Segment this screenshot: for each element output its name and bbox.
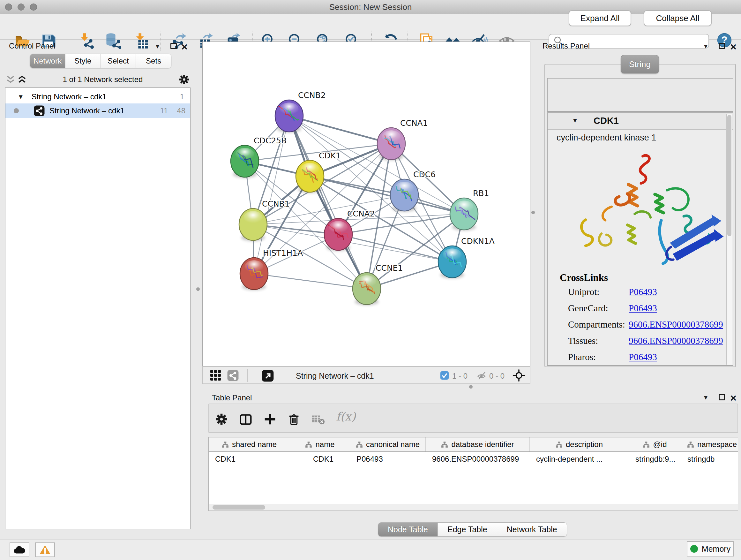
tab-network[interactable]: Network <box>30 54 65 68</box>
column-header-canonical-name[interactable]: canonical name <box>350 437 426 451</box>
tab-edge-table[interactable]: Edge Table <box>437 523 497 537</box>
results-scrollbar[interactable] <box>726 114 732 365</box>
crosslink-link-genecard[interactable]: P06493 <box>629 303 657 313</box>
network-graph[interactable]: CCNB2CCNA1CDC25BCDK1CDC6RB1CCNB1CCNA2CDK… <box>203 42 530 366</box>
table-scrollbar-thumb[interactable] <box>212 505 265 509</box>
control-panel-close-icon[interactable]: × <box>181 44 188 50</box>
column-header-database-identifier[interactable]: database identifier <box>426 437 530 451</box>
status-bar: Memory <box>0 540 741 560</box>
crosslink-label: Pharos: <box>568 352 629 362</box>
tab-network-table[interactable]: Network Table <box>497 523 567 537</box>
results-scrollbar-thumb[interactable] <box>727 115 731 236</box>
delete-column-icon[interactable] <box>286 412 301 427</box>
expand-all-icon[interactable] <box>16 75 28 84</box>
application-window: Session: New Session <box>0 0 741 560</box>
results-panel-float-icon[interactable] <box>719 43 725 49</box>
results-panel-close-icon[interactable]: × <box>730 44 737 50</box>
column-header-label: database identifier <box>451 440 514 449</box>
network-row-label: String Network – cdk1 <box>50 106 125 115</box>
crosslink-row-uniprot: Uniprot:P06493 <box>568 287 726 297</box>
gear-icon[interactable] <box>178 73 191 86</box>
memory-button[interactable]: Memory <box>687 541 734 557</box>
column-header-id[interactable]: @id <box>629 437 681 451</box>
network-view-title: String Network – cdk1 <box>296 371 374 381</box>
tab-node-table[interactable]: Node Table <box>378 523 437 537</box>
column-header-name[interactable]: name <box>290 437 350 451</box>
collapse-all-icon[interactable] <box>5 75 16 84</box>
string-node-details: ▼ CDK1 cyclin-dependent kinase 1 <box>547 112 733 366</box>
add-column-icon[interactable] <box>263 412 277 427</box>
network-canvas[interactable]: CCNB2CCNA1CDC25BCDK1CDC6RB1CCNB1CCNA2CDK… <box>202 42 530 367</box>
table-cell-namespace[interactable]: stringdb <box>681 452 738 466</box>
import-network-icon[interactable] <box>77 33 94 49</box>
cloud-status-button[interactable] <box>10 543 29 557</box>
table-toolbar: f(x) <box>208 403 738 433</box>
crosslink-row-compartments: Compartments:9606.ENSP00000378699 <box>568 319 726 330</box>
table-cell-description[interactable]: cyclin-dependent ... <box>530 452 629 466</box>
table-cell-database-identifier[interactable]: 9606.ENSP00000378699 <box>426 452 530 466</box>
control-panel-title: Control Panel <box>9 42 55 51</box>
table-cell-id[interactable]: stringdb:9... <box>629 452 681 466</box>
import-table-icon[interactable] <box>133 33 149 49</box>
node-count: 11 <box>160 106 168 115</box>
network-node-RB1[interactable]: RB1 <box>450 189 489 231</box>
network-node-HIST1H1A[interactable]: HIST1H1A <box>240 248 303 290</box>
entry-description: cyclin-dependent kinase 1 <box>556 133 656 143</box>
table-cell-name[interactable]: CDK1 <box>290 452 350 466</box>
selected-checkbox-icon[interactable] <box>440 371 449 380</box>
hidden-eye-icon[interactable] <box>476 370 487 381</box>
results-panel-menu-caret-icon[interactable]: ▾ <box>704 42 708 51</box>
crosslink-link-pharos[interactable]: P06493 <box>629 352 657 362</box>
node-label-HIST1H1A: HIST1H1A <box>263 248 303 258</box>
network-collection-row[interactable]: ▼ String Network – cdk1 1 <box>5 90 190 104</box>
warnings-button[interactable] <box>35 543 55 557</box>
control-panel-menu-caret-icon[interactable]: ▾ <box>156 42 159 51</box>
node-entry-header[interactable]: ▼ CDK1 <box>548 113 733 130</box>
crosslink-link-tissues[interactable]: 9606.ENSP00000378699 <box>629 335 723 346</box>
right-pane-divider-handle[interactable] <box>531 211 535 214</box>
memory-label: Memory <box>702 544 731 554</box>
network-node-CCNE1[interactable]: CCNE1 <box>353 263 403 305</box>
fit-selected-crosshair-icon[interactable] <box>512 369 526 382</box>
table-settings-gear-icon[interactable] <box>214 412 229 427</box>
left-pane-divider-handle[interactable] <box>196 287 200 291</box>
expand-all-button[interactable]: Expand All <box>569 10 631 26</box>
column-header-label: namespace <box>697 440 737 449</box>
tree-expand-icon[interactable]: ▼ <box>17 93 24 101</box>
birdseye-view-icon[interactable] <box>261 369 274 382</box>
show-columns-icon[interactable] <box>239 412 253 427</box>
table-panel-float-icon[interactable] <box>719 394 725 400</box>
node-label-CCNB1: CCNB1 <box>262 199 290 208</box>
bottom-pane-divider-handle[interactable] <box>469 385 473 388</box>
network-row-selected[interactable]: String Network – cdk1 11 48 <box>5 104 190 118</box>
table-row[interactable]: CDK1CDK1P064939606.ENSP00000378699cyclin… <box>209 452 738 466</box>
column-header-namespace[interactable]: namespace <box>681 437 738 451</box>
tab-string[interactable]: String <box>621 55 659 73</box>
table-panel-menu-caret-icon[interactable]: ▾ <box>704 393 708 401</box>
crosslink-label: Compartments: <box>568 319 629 330</box>
attribute-type-icon <box>222 442 229 448</box>
tab-sets[interactable]: Sets <box>136 54 171 68</box>
collapse-all-button[interactable]: Collapse All <box>644 10 712 26</box>
network-node-CCNB1[interactable]: CCNB1 <box>239 199 290 241</box>
import-network-database-icon[interactable] <box>105 33 121 49</box>
network-node-CDKN1A[interactable]: CDKN1A <box>438 237 495 278</box>
control-panel-float-icon[interactable] <box>171 43 177 49</box>
column-header-description[interactable]: description <box>530 437 629 451</box>
table-panel-close-icon[interactable]: × <box>730 395 737 401</box>
crosslink-link-uniprot[interactable]: P06493 <box>629 287 657 297</box>
table-cell-shared-name[interactable]: CDK1 <box>209 452 290 466</box>
warning-icon <box>39 545 51 555</box>
table-horizontal-scrollbar[interactable] <box>209 504 738 510</box>
collection-count: 1 <box>180 92 184 101</box>
grid-view-icon[interactable] <box>210 369 222 381</box>
table-cell-canonical-name[interactable]: P06493 <box>350 452 426 466</box>
column-header-shared-name[interactable]: shared name <box>209 437 290 451</box>
entry-collapse-icon[interactable]: ▼ <box>572 117 578 124</box>
function-builder-icon[interactable]: f(x) <box>336 410 356 423</box>
delete-table-icon[interactable] <box>311 412 326 427</box>
crosslink-link-compartments[interactable]: 9606.ENSP00000378699 <box>629 319 723 329</box>
tab-select[interactable]: Select <box>100 54 136 68</box>
tab-style[interactable]: Style <box>65 54 100 68</box>
network-badge-icon[interactable] <box>227 369 239 381</box>
